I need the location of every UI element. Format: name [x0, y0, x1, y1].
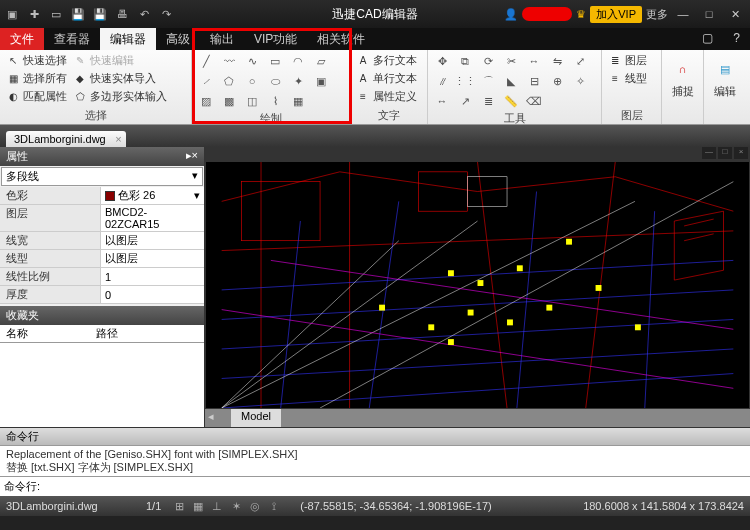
- grid-toggle[interactable]: ▦: [190, 499, 206, 513]
- fillet-tool[interactable]: ⌒: [478, 72, 498, 90]
- prop-row-linetype[interactable]: 线型以图层: [0, 250, 204, 268]
- tab-output[interactable]: 输出: [200, 28, 244, 50]
- saveall-icon[interactable]: 💾: [90, 4, 110, 24]
- edit-big-button[interactable]: ▤编辑: [708, 52, 742, 110]
- osnap-toggle[interactable]: ◎: [247, 499, 263, 513]
- fav-col-path[interactable]: 路径: [90, 325, 124, 342]
- polar-toggle[interactable]: ✶: [228, 499, 244, 513]
- panel-close-icon[interactable]: ▸×: [186, 149, 198, 164]
- explode-tool[interactable]: ✧: [570, 72, 590, 90]
- quick-select-button[interactable]: ↖快速选择: [4, 52, 69, 69]
- region-tool[interactable]: ◫: [242, 92, 262, 110]
- array-tool[interactable]: ⋮⋮: [455, 72, 475, 90]
- tab-related[interactable]: 相关软件: [307, 28, 375, 50]
- svg-rect-14: [448, 339, 454, 345]
- save-icon[interactable]: 💾: [68, 4, 88, 24]
- prop-row-layer[interactable]: 图层BMCD2-02ZCAR15: [0, 205, 204, 232]
- layer-button[interactable]: ≣图层: [606, 52, 649, 69]
- ribbon-group-draw: ╱ 〰 ∿ ▭ ◠ ▱ ⟋ ⬠ ○ ⬭ ✦ ▣ ▨ ▩ ◫ ⌇ ▦: [192, 50, 350, 124]
- quick-solid-import-button[interactable]: ◆快速实体导入: [71, 70, 169, 87]
- measure-tool[interactable]: 📏: [501, 92, 521, 110]
- more-button[interactable]: 更多: [646, 7, 668, 22]
- vp-min-icon[interactable]: —: [702, 147, 716, 159]
- dim-tool[interactable]: ↔: [432, 92, 452, 110]
- chamfer-tool[interactable]: ◣: [501, 72, 521, 90]
- close-button[interactable]: ✕: [724, 5, 746, 23]
- collapse-ribbon-button[interactable]: ▢: [692, 28, 723, 50]
- ortho-toggle[interactable]: ⊥: [209, 499, 225, 513]
- erase-tool[interactable]: ⌫: [524, 92, 544, 110]
- open-icon[interactable]: ▭: [46, 4, 66, 24]
- stext-button[interactable]: A单行文本: [354, 70, 419, 87]
- undo-icon[interactable]: ↶: [134, 4, 154, 24]
- attrdef-button[interactable]: ≡属性定义: [354, 88, 419, 105]
- spline-tool[interactable]: ∿: [242, 52, 262, 70]
- align-tool[interactable]: ≣: [478, 92, 498, 110]
- rect-tool[interactable]: ▭: [265, 52, 285, 70]
- scale-tool[interactable]: ⤢: [570, 52, 590, 70]
- fav-col-name[interactable]: 名称: [0, 325, 90, 342]
- close-tab-icon[interactable]: ×: [115, 133, 121, 145]
- tab-prev-icon[interactable]: ◂: [205, 409, 217, 427]
- tab-vip[interactable]: VIP功能: [244, 28, 307, 50]
- prop-row-ltscale[interactable]: 线性比例1: [0, 268, 204, 286]
- polygon-tool[interactable]: ⬠: [219, 72, 239, 90]
- line-tool[interactable]: ╱: [196, 52, 216, 70]
- snap-toggle[interactable]: ⊞: [171, 499, 187, 513]
- gradient-tool[interactable]: ▩: [219, 92, 239, 110]
- quick-edit-button[interactable]: ✎快速编辑: [71, 52, 169, 69]
- mtext-button[interactable]: A多行文本: [354, 52, 419, 69]
- ellipse-tool[interactable]: ⬭: [265, 72, 285, 90]
- circle-tool[interactable]: ○: [242, 72, 262, 90]
- revcloud-tool[interactable]: ⌇: [265, 92, 285, 110]
- join-tool[interactable]: ⊕: [547, 72, 567, 90]
- user-icon[interactable]: 👤: [504, 8, 518, 21]
- prop-row-lineweight[interactable]: 线宽以图层: [0, 232, 204, 250]
- move-tool[interactable]: ✥: [432, 52, 452, 70]
- linetype-button[interactable]: ≡线型: [606, 70, 649, 87]
- model-tab[interactable]: Model: [231, 409, 281, 427]
- polyline-tool[interactable]: 〰: [219, 52, 239, 70]
- prop-row-thickness[interactable]: 厚度0: [0, 286, 204, 304]
- vip-button[interactable]: 加入VIP: [590, 6, 642, 23]
- maximize-button[interactable]: □: [698, 5, 720, 23]
- document-tab[interactable]: 3DLamborgini.dwg ×: [6, 131, 126, 147]
- new-icon[interactable]: ✚: [24, 4, 44, 24]
- command-input[interactable]: [44, 479, 746, 494]
- copy-tool[interactable]: ⧉: [455, 52, 475, 70]
- selection-dropdown[interactable]: 多段线▾: [1, 167, 203, 186]
- arc-tool[interactable]: ◠: [288, 52, 308, 70]
- hatch-tool[interactable]: ▨: [196, 92, 216, 110]
- polygon-solid-input-button[interactable]: ⬠多边形实体输入: [71, 88, 169, 105]
- redo-icon[interactable]: ↷: [156, 4, 176, 24]
- point-tool[interactable]: ✦: [288, 72, 308, 90]
- match-attrs-button[interactable]: ◐匹配属性: [4, 88, 69, 105]
- trim-tool[interactable]: ✂: [501, 52, 521, 70]
- prop-row-color[interactable]: 色彩色彩 26▾: [0, 187, 204, 205]
- vp-max-icon[interactable]: □: [718, 147, 732, 159]
- minimize-button[interactable]: —: [672, 5, 694, 23]
- app-icon[interactable]: ▣: [2, 4, 22, 24]
- otrack-toggle[interactable]: ⟟: [266, 499, 282, 513]
- group-label-text: 文字: [354, 107, 423, 124]
- drawing-canvas[interactable]: [205, 161, 750, 409]
- tab-viewer[interactable]: 查看器: [44, 28, 100, 50]
- extend-tool[interactable]: ↔: [524, 52, 544, 70]
- snap-button[interactable]: ∩捕捉: [666, 52, 699, 110]
- rotate-tool[interactable]: ⟳: [478, 52, 498, 70]
- block-tool[interactable]: ▣: [311, 72, 331, 90]
- tab-file[interactable]: 文件: [0, 28, 44, 50]
- break-tool[interactable]: ⊟: [524, 72, 544, 90]
- table-tool[interactable]: ▦: [288, 92, 308, 110]
- offset-tool[interactable]: ⫽: [432, 72, 452, 90]
- shape-tool[interactable]: ▱: [311, 52, 331, 70]
- leader-tool[interactable]: ↗: [455, 92, 475, 110]
- help-button[interactable]: ?: [723, 28, 750, 50]
- tab-editor[interactable]: 编辑器: [100, 28, 156, 50]
- tab-advanced[interactable]: 高级: [156, 28, 200, 50]
- vp-close-icon[interactable]: ×: [734, 147, 748, 159]
- xline-tool[interactable]: ⟋: [196, 72, 216, 90]
- select-all-button[interactable]: ▦选择所有: [4, 70, 69, 87]
- print-icon[interactable]: 🖶: [112, 4, 132, 24]
- mirror-tool[interactable]: ⇋: [547, 52, 567, 70]
